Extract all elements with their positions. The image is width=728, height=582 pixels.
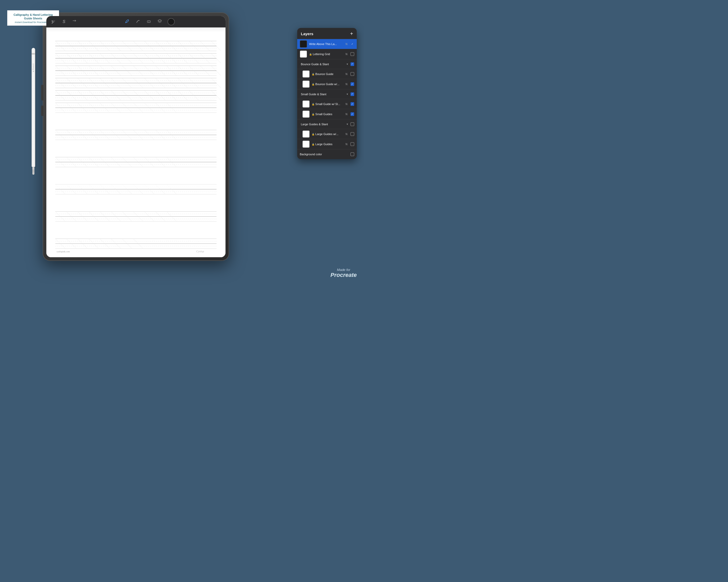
layers-icon[interactable]	[157, 18, 163, 24]
layer-thumbnail	[303, 71, 310, 78]
layer-item[interactable]: 🔒 Bounce Guide N	[297, 69, 357, 79]
layer-item[interactable]: 🔒 Bounce Guide w/... N	[297, 79, 357, 89]
layer-name: 🔒 Small Guide w/ Sl...	[312, 103, 343, 106]
layer-visibility[interactable]	[350, 42, 354, 46]
layer-mode: N	[346, 133, 347, 136]
svg-text:Cynlop: Cynlop	[196, 250, 204, 253]
ipad-device: S	[43, 12, 229, 261]
layer-visibility[interactable]	[350, 142, 354, 146]
layer-mode: N	[346, 43, 347, 46]
layer-group-header[interactable]: Large Guides & Slant ▾	[297, 119, 357, 129]
layer-thumbnail	[303, 130, 310, 138]
drawing-canvas[interactable]: cynlopink.com Cynlop	[46, 27, 226, 257]
layer-thumbnail	[303, 140, 310, 148]
layer-visibility[interactable]	[350, 132, 354, 136]
layer-name: 🔒 Small Guides	[312, 112, 343, 116]
layer-visibility[interactable]	[350, 52, 354, 56]
layer-group-name: Small Guide & Slant	[301, 92, 344, 96]
layer-name: 🔒 Lettering Grid	[309, 53, 343, 56]
layer-group-header[interactable]: Small Guide & Slant ▾	[297, 89, 357, 99]
layer-group-name: Large Guides & Slant	[301, 123, 344, 126]
layer-name: 🔒 Large Guides	[312, 142, 343, 146]
layer-mode: N	[346, 103, 347, 106]
layer-item[interactable]: Write Above This La... N	[297, 39, 357, 49]
add-layer-button[interactable]: +	[350, 31, 353, 36]
layer-name: Write Above This La...	[309, 43, 343, 46]
pencil-label: ✦Pencil	[32, 63, 34, 72]
eraser-icon[interactable]	[146, 18, 152, 24]
layer-item[interactable]: 🔒 Large Guides N	[297, 139, 357, 149]
made-for-bottom-text: Procreate	[330, 272, 357, 279]
layer-visibility[interactable]	[350, 112, 354, 116]
transform-icon[interactable]	[71, 19, 77, 25]
menu-icon[interactable]	[51, 19, 57, 25]
layer-item[interactable]: 🔒 Large Guides w/... N	[297, 129, 357, 139]
layer-mode: N	[346, 73, 347, 76]
made-for-procreate: Made for Procreate	[330, 268, 357, 279]
brush-icon[interactable]	[124, 18, 130, 24]
color-picker[interactable]	[167, 18, 175, 25]
layer-item[interactable]: 🔒 Small Guides N	[297, 109, 357, 119]
layer-name: Background color	[300, 153, 348, 156]
layer-group-visibility[interactable]	[350, 92, 354, 96]
layer-thumbnail	[303, 100, 310, 108]
layer-visibility[interactable]	[350, 153, 354, 156]
layer-item[interactable]: 🔒 Small Guide w/ Sl... N	[297, 99, 357, 109]
layer-thumbnail	[300, 50, 307, 58]
layer-mode: N	[346, 113, 347, 116]
group-chevron-icon: ▾	[347, 63, 348, 65]
layer-mode: N	[346, 53, 347, 56]
layer-group-visibility[interactable]	[350, 62, 354, 66]
layer-name: 🔒 Large Guides w/...	[312, 132, 343, 136]
layer-group-visibility[interactable]	[350, 123, 354, 126]
layer-thumbnail	[300, 41, 307, 48]
layer-background-color[interactable]: Background color	[297, 149, 357, 159]
svg-rect-195	[51, 163, 222, 188]
layers-panel-header: Layers +	[297, 28, 357, 39]
layer-mode: N	[346, 143, 347, 146]
layer-group-header[interactable]: Bounce Guide & Slant ▾	[297, 59, 357, 69]
layers-panel: Layers + Write Above This La... N 🔒 Lett…	[297, 28, 357, 159]
svg-text:cynlopink.com: cynlopink.com	[56, 250, 70, 253]
layer-thumbnail	[303, 110, 310, 118]
apple-pencil: ✦Pencil	[30, 48, 36, 182]
ipad-screen: S	[46, 16, 226, 257]
layer-visibility[interactable]	[350, 102, 354, 106]
layer-item[interactable]: 🔒 Lettering Grid N	[297, 49, 357, 59]
group-chevron-icon: ▾	[347, 92, 348, 96]
layer-name: 🔒 Bounce Guide w/...	[312, 83, 343, 86]
layer-thumbnail	[303, 80, 310, 88]
layer-visibility[interactable]	[350, 72, 354, 76]
layer-name: 🔒 Bounce Guide	[312, 73, 343, 76]
made-for-top-text: Made for	[330, 268, 357, 272]
layer-mode: N	[346, 83, 347, 86]
smudge-icon[interactable]	[135, 18, 141, 24]
layer-group-name: Bounce Guide & Slant	[301, 63, 344, 66]
s-tool-icon[interactable]: S	[61, 19, 67, 25]
layer-visibility[interactable]	[350, 82, 354, 86]
group-chevron-icon: ▾	[347, 123, 348, 126]
procreate-toolbar: S	[46, 16, 226, 27]
layers-title: Layers	[301, 32, 313, 36]
